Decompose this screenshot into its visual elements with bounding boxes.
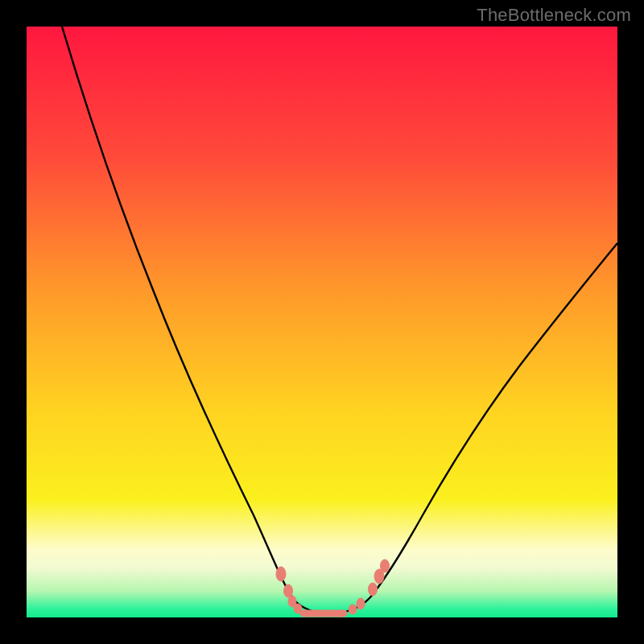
svg-rect-5 — [300, 610, 347, 617]
bottleneck-chart — [0, 0, 644, 644]
chart-frame: TheBottleneck.com — [0, 0, 644, 644]
svg-point-8 — [369, 583, 378, 596]
watermark-text: TheBottleneck.com — [477, 5, 631, 26]
svg-point-1 — [276, 567, 286, 581]
svg-point-6 — [349, 605, 357, 614]
svg-point-7 — [357, 598, 365, 609]
plot-background — [27, 27, 617, 617]
svg-point-2 — [284, 584, 293, 597]
svg-point-10 — [381, 559, 390, 572]
